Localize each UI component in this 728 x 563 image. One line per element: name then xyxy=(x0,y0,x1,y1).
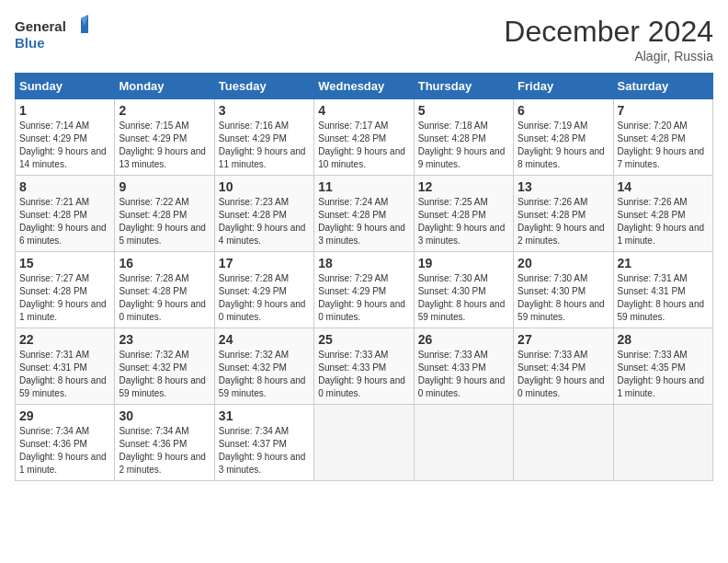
day-number: 29 xyxy=(19,408,110,423)
day-info: Sunrise: 7:34 AMSunset: 4:37 PMDaylight:… xyxy=(219,425,310,477)
day-info: Sunrise: 7:15 AMSunset: 4:29 PMDaylight:… xyxy=(119,120,210,171)
calendar-cell: 1 Sunrise: 7:14 AMSunset: 4:29 PMDayligh… xyxy=(16,99,115,176)
svg-text:Blue: Blue xyxy=(15,35,45,51)
calendar-cell: 8 Sunrise: 7:21 AMSunset: 4:28 PMDayligh… xyxy=(16,176,115,252)
calendar-cell: 12 Sunrise: 7:25 AMSunset: 4:28 PMDaylig… xyxy=(414,176,513,252)
day-info: Sunrise: 7:30 AMSunset: 4:30 PMDaylight:… xyxy=(418,272,509,324)
day-info: Sunrise: 7:29 AMSunset: 4:29 PMDaylight:… xyxy=(318,272,409,324)
calendar-cell: 5 Sunrise: 7:18 AMSunset: 4:28 PMDayligh… xyxy=(414,99,513,176)
day-number: 30 xyxy=(119,408,210,423)
calendar-cell xyxy=(414,405,513,481)
page-header: General Blue December 2024 Alagir, Russi… xyxy=(15,15,713,63)
calendar-cell: 26 Sunrise: 7:33 AMSunset: 4:33 PMDaylig… xyxy=(414,328,513,405)
calendar-cell: 10 Sunrise: 7:23 AMSunset: 4:28 PMDaylig… xyxy=(214,176,313,252)
day-number: 28 xyxy=(618,332,709,347)
calendar-cell: 22 Sunrise: 7:31 AMSunset: 4:31 PMDaylig… xyxy=(16,328,115,405)
calendar-cell: 27 Sunrise: 7:33 AMSunset: 4:34 PMDaylig… xyxy=(514,328,613,405)
day-number: 8 xyxy=(19,179,110,194)
day-info: Sunrise: 7:25 AMSunset: 4:28 PMDaylight:… xyxy=(418,196,509,247)
day-info: Sunrise: 7:33 AMSunset: 4:33 PMDaylight:… xyxy=(318,349,409,400)
calendar-week-row: 1 Sunrise: 7:14 AMSunset: 4:29 PMDayligh… xyxy=(16,99,713,176)
day-info: Sunrise: 7:19 AMSunset: 4:28 PMDaylight:… xyxy=(518,120,609,171)
calendar-week-row: 8 Sunrise: 7:21 AMSunset: 4:28 PMDayligh… xyxy=(16,176,713,252)
calendar-week-row: 15 Sunrise: 7:27 AMSunset: 4:28 PMDaylig… xyxy=(16,252,713,328)
day-info: Sunrise: 7:14 AMSunset: 4:29 PMDaylight:… xyxy=(19,120,110,171)
calendar-cell: 23 Sunrise: 7:32 AMSunset: 4:32 PMDaylig… xyxy=(115,328,214,405)
calendar-cell: 30 Sunrise: 7:34 AMSunset: 4:36 PMDaylig… xyxy=(115,405,214,481)
day-info: Sunrise: 7:31 AMSunset: 4:31 PMDaylight:… xyxy=(19,349,110,400)
svg-text:General: General xyxy=(15,18,66,34)
day-number: 4 xyxy=(318,103,409,118)
day-number: 23 xyxy=(119,332,210,347)
day-number: 15 xyxy=(19,256,110,270)
calendar-cell: 24 Sunrise: 7:32 AMSunset: 4:32 PMDaylig… xyxy=(214,328,313,405)
calendar-cell: 31 Sunrise: 7:34 AMSunset: 4:37 PMDaylig… xyxy=(214,405,313,481)
logo-svg: General Blue xyxy=(15,15,88,59)
day-number: 25 xyxy=(318,332,409,347)
calendar-cell: 20 Sunrise: 7:30 AMSunset: 4:30 PMDaylig… xyxy=(514,252,613,328)
day-number: 7 xyxy=(618,103,709,118)
column-header-wednesday: Wednesday xyxy=(314,74,414,99)
day-number: 11 xyxy=(318,179,409,194)
day-info: Sunrise: 7:33 AMSunset: 4:33 PMDaylight:… xyxy=(418,349,509,400)
day-number: 18 xyxy=(318,256,409,270)
calendar-cell: 3 Sunrise: 7:16 AMSunset: 4:29 PMDayligh… xyxy=(214,99,313,176)
day-number: 12 xyxy=(418,179,509,194)
title-block: December 2024 Alagir, Russia xyxy=(504,15,713,63)
column-header-thursday: Thursday xyxy=(414,74,513,99)
day-info: Sunrise: 7:32 AMSunset: 4:32 PMDaylight:… xyxy=(219,349,310,400)
day-info: Sunrise: 7:27 AMSunset: 4:28 PMDaylight:… xyxy=(19,272,110,324)
calendar-cell: 21 Sunrise: 7:31 AMSunset: 4:31 PMDaylig… xyxy=(613,252,712,328)
day-info: Sunrise: 7:23 AMSunset: 4:28 PMDaylight:… xyxy=(219,196,310,247)
day-info: Sunrise: 7:32 AMSunset: 4:32 PMDaylight:… xyxy=(119,349,210,400)
calendar-cell: 2 Sunrise: 7:15 AMSunset: 4:29 PMDayligh… xyxy=(115,99,214,176)
calendar-cell: 9 Sunrise: 7:22 AMSunset: 4:28 PMDayligh… xyxy=(115,176,214,252)
day-info: Sunrise: 7:20 AMSunset: 4:28 PMDaylight:… xyxy=(618,120,709,171)
day-number: 17 xyxy=(219,256,310,270)
calendar-cell: 13 Sunrise: 7:26 AMSunset: 4:28 PMDaylig… xyxy=(514,176,613,252)
day-number: 14 xyxy=(618,179,709,194)
day-info: Sunrise: 7:28 AMSunset: 4:29 PMDaylight:… xyxy=(219,272,310,324)
day-number: 3 xyxy=(219,103,310,118)
calendar-cell: 29 Sunrise: 7:34 AMSunset: 4:36 PMDaylig… xyxy=(16,405,115,481)
logo: General Blue xyxy=(15,15,88,59)
day-info: Sunrise: 7:21 AMSunset: 4:28 PMDaylight:… xyxy=(19,196,110,247)
column-header-monday: Monday xyxy=(115,74,214,99)
column-header-saturday: Saturday xyxy=(613,74,712,99)
calendar-week-row: 22 Sunrise: 7:31 AMSunset: 4:31 PMDaylig… xyxy=(16,328,713,405)
calendar-cell: 6 Sunrise: 7:19 AMSunset: 4:28 PMDayligh… xyxy=(514,99,613,176)
day-number: 2 xyxy=(119,103,210,118)
day-info: Sunrise: 7:33 AMSunset: 4:35 PMDaylight:… xyxy=(618,349,709,400)
day-number: 24 xyxy=(219,332,310,347)
day-number: 26 xyxy=(418,332,509,347)
day-number: 21 xyxy=(618,256,709,270)
calendar-cell xyxy=(514,405,613,481)
calendar-cell: 7 Sunrise: 7:20 AMSunset: 4:28 PMDayligh… xyxy=(613,99,712,176)
day-number: 1 xyxy=(19,103,110,118)
calendar-cell: 19 Sunrise: 7:30 AMSunset: 4:30 PMDaylig… xyxy=(414,252,513,328)
day-info: Sunrise: 7:26 AMSunset: 4:28 PMDaylight:… xyxy=(518,196,609,247)
calendar-week-row: 29 Sunrise: 7:34 AMSunset: 4:36 PMDaylig… xyxy=(16,405,713,481)
day-number: 5 xyxy=(418,103,509,118)
calendar-cell xyxy=(613,405,712,481)
day-info: Sunrise: 7:34 AMSunset: 4:36 PMDaylight:… xyxy=(119,425,210,477)
day-info: Sunrise: 7:30 AMSunset: 4:30 PMDaylight:… xyxy=(518,272,609,324)
day-info: Sunrise: 7:17 AMSunset: 4:28 PMDaylight:… xyxy=(318,120,409,171)
month-title: December 2024 xyxy=(504,15,713,49)
location: Alagir, Russia xyxy=(504,49,713,63)
calendar-cell: 16 Sunrise: 7:28 AMSunset: 4:28 PMDaylig… xyxy=(115,252,214,328)
calendar-cell: 11 Sunrise: 7:24 AMSunset: 4:28 PMDaylig… xyxy=(314,176,414,252)
day-number: 20 xyxy=(518,256,609,270)
column-header-friday: Friday xyxy=(514,74,613,99)
day-info: Sunrise: 7:34 AMSunset: 4:36 PMDaylight:… xyxy=(19,425,110,477)
day-number: 19 xyxy=(418,256,509,270)
calendar-table: SundayMondayTuesdayWednesdayThursdayFrid… xyxy=(15,73,713,481)
calendar-cell: 25 Sunrise: 7:33 AMSunset: 4:33 PMDaylig… xyxy=(314,328,414,405)
day-info: Sunrise: 7:26 AMSunset: 4:28 PMDaylight:… xyxy=(618,196,709,247)
calendar-cell: 14 Sunrise: 7:26 AMSunset: 4:28 PMDaylig… xyxy=(613,176,712,252)
day-number: 10 xyxy=(219,179,310,194)
day-number: 31 xyxy=(219,408,310,423)
day-info: Sunrise: 7:24 AMSunset: 4:28 PMDaylight:… xyxy=(318,196,409,247)
calendar-cell: 18 Sunrise: 7:29 AMSunset: 4:29 PMDaylig… xyxy=(314,252,414,328)
day-number: 9 xyxy=(119,179,210,194)
